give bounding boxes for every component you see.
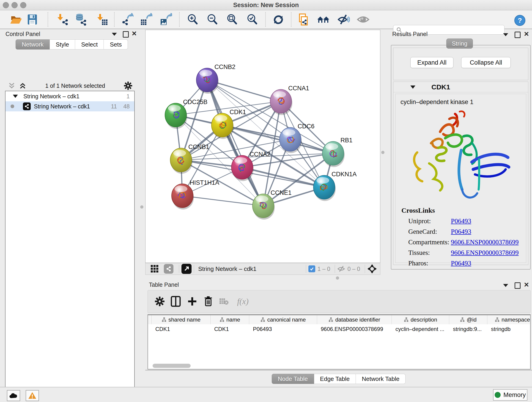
control-panel-close-button[interactable]: ✕: [132, 31, 137, 37]
network-node-HIST1H1A[interactable]: [172, 184, 194, 210]
network-collection-row[interactable]: String Network – cdk1 1: [6, 91, 134, 101]
bottom-splitter-handle[interactable]: [336, 276, 339, 280]
expand-all-button[interactable]: Expand All: [410, 57, 453, 68]
results-panel-collapse-button[interactable]: [503, 33, 508, 37]
results-panel-title: Results Panel: [392, 31, 428, 37]
crosslink-link[interactable]: 9606.ENSP00000378699: [451, 238, 519, 246]
gear-icon[interactable]: [124, 81, 133, 90]
node-label-CDK1: CDK1: [230, 109, 246, 115]
protein-collapse-icon[interactable]: [410, 85, 415, 89]
network-node-CCNE1[interactable]: [253, 194, 275, 220]
cell-@id[interactable]: stringdb:9...: [449, 325, 487, 334]
svg-text:?: ?: [518, 17, 522, 24]
crosslink-link[interactable]: 9606.ENSP00000378699: [451, 249, 519, 256]
network-node-CCNB2[interactable]: [196, 68, 219, 94]
zoom-selected-button[interactable]: [246, 13, 259, 26]
node-label-CDC6: CDC6: [298, 123, 315, 130]
selected-count: 1 – 0: [317, 266, 330, 272]
column-header-database-identifier[interactable]: database identifier: [317, 315, 392, 324]
column-header-shared-name[interactable]: shared name: [152, 315, 210, 324]
results-panel-close-button[interactable]: ✕: [524, 32, 529, 37]
export-image-button[interactable]: [159, 13, 172, 26]
tab-sets[interactable]: Sets: [104, 39, 128, 50]
string-home-button[interactable]: [317, 13, 330, 26]
node-table[interactable]: shared namenamecanonical namedatabase id…: [147, 314, 531, 370]
selected-checkbox[interactable]: [308, 265, 315, 272]
zoom-out-button[interactable]: [206, 13, 219, 26]
collapse-all-button[interactable]: Collapse All: [461, 57, 511, 68]
import-table-button[interactable]: [95, 13, 109, 26]
tab-network[interactable]: Network: [16, 39, 50, 50]
cell-description[interactable]: cyclin–dependent ...: [392, 325, 449, 334]
string-view-icon[interactable]: [164, 264, 173, 274]
grid-view-icon[interactable]: [151, 265, 159, 273]
show-columns-icon[interactable]: [170, 295, 182, 307]
open-session-button[interactable]: [9, 13, 22, 26]
collapse-all-icon[interactable]: [8, 82, 16, 89]
table-panel-close-button[interactable]: ✕: [524, 282, 529, 288]
import-network-database-button[interactable]: [74, 13, 88, 26]
network-node-CDKN1A[interactable]: [313, 175, 336, 201]
column-header-@id[interactable]: @id: [449, 315, 487, 324]
save-session-button[interactable]: [26, 13, 39, 26]
right-splitter-handle[interactable]: [381, 151, 385, 154]
network-node-CCNB1[interactable]: [170, 148, 192, 174]
table-tab-node-table[interactable]: Node Table: [272, 374, 314, 384]
control-panel-float-button[interactable]: [123, 31, 129, 38]
help-button[interactable]: ?: [513, 14, 526, 27]
crosslink-link[interactable]: P06493: [451, 228, 471, 235]
expand-all-icon[interactable]: [19, 82, 27, 89]
table-panel-float-button[interactable]: [515, 282, 520, 290]
clone-network-button[interactable]: [297, 13, 310, 26]
birdseye-icon[interactable]: [367, 264, 377, 274]
results-tab-string[interactable]: String: [446, 38, 473, 49]
left-splitter-handle[interactable]: [140, 205, 143, 209]
crosslink-link[interactable]: P06493: [451, 217, 471, 225]
control-panel-collapse-button[interactable]: [112, 32, 117, 37]
show-graphics-button[interactable]: [356, 13, 370, 26]
warnings-button[interactable]: [26, 390, 39, 401]
table-tab-network-table[interactable]: Network Table: [356, 374, 405, 384]
network-node-CDK1[interactable]: [211, 113, 234, 139]
create-column-icon[interactable]: [186, 295, 198, 307]
table-panel-collapse-button[interactable]: [503, 284, 508, 288]
collection-expand-icon[interactable]: [13, 95, 18, 98]
export-network-button[interactable]: [120, 13, 134, 26]
crosslinks-heading: CrossLinks: [401, 206, 526, 214]
detach-view-icon[interactable]: [181, 264, 191, 274]
cell-name[interactable]: CDK1: [210, 325, 249, 334]
edge-HIST1H1A-CCNE1[interactable]: [182, 196, 263, 206]
column-header-namespace[interactable]: namespace: [487, 315, 531, 324]
network-node-RB1[interactable]: [322, 141, 345, 167]
cell-namespace[interactable]: stringdb: [487, 325, 531, 334]
network-node-CDC25B[interactable]: [165, 103, 187, 129]
network-node-CCNA1[interactable]: [270, 89, 292, 115]
edge-CCNB2-CCNE1[interactable]: [207, 80, 263, 206]
hide-unhide-button[interactable]: [337, 13, 350, 26]
table-horizontal-scrollbar[interactable]: [152, 364, 191, 368]
protein-section-header[interactable]: CDK1: [393, 82, 528, 92]
cell-canonical-name[interactable]: P06493: [249, 325, 317, 334]
cell-shared-name[interactable]: CDK1: [152, 325, 210, 334]
network-row-selected[interactable]: String Network – cdk1 11 48: [6, 101, 134, 111]
zoom-fit-button[interactable]: [225, 13, 239, 26]
apply-layout-button[interactable]: [272, 13, 285, 26]
network-canvas[interactable]: CCNB2CCNA1CDC25BCDK1CDC6RB1CCNB1CCNA2CDK…: [145, 30, 380, 263]
zoom-in-button[interactable]: [186, 13, 199, 26]
table-gear-icon[interactable]: [154, 295, 166, 307]
cell-database-identifier[interactable]: 9606.ENSP00000378699: [317, 325, 392, 334]
memory-button[interactable]: Memory: [493, 389, 527, 401]
tab-style[interactable]: Style: [50, 39, 75, 50]
column-header-description[interactable]: description: [392, 315, 449, 324]
cloud-services-button[interactable]: [7, 390, 20, 401]
column-header-canonical-name[interactable]: canonical name: [249, 315, 317, 324]
export-table-button[interactable]: [139, 13, 152, 26]
crosslink-link[interactable]: P06493: [451, 259, 471, 267]
network-node-CCNA2[interactable]: [231, 155, 254, 181]
column-header-name[interactable]: name: [210, 315, 249, 324]
table-tab-edge-table[interactable]: Edge Table: [314, 374, 356, 384]
tab-select[interactable]: Select: [75, 39, 104, 50]
import-network-file-button[interactable]: [56, 13, 69, 26]
results-panel-float-button[interactable]: [515, 32, 520, 39]
delete-column-icon[interactable]: [202, 295, 214, 307]
